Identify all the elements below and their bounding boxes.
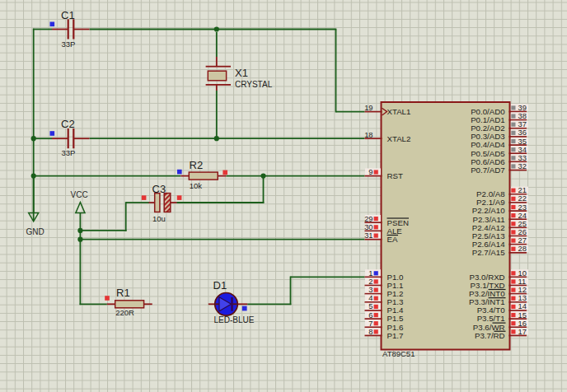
svg-text:AT89C51: AT89C51 xyxy=(382,349,415,358)
svg-text:34: 34 xyxy=(518,146,527,154)
svg-text:GND: GND xyxy=(26,227,45,236)
svg-text:30: 30 xyxy=(364,223,373,231)
svg-text:P1.7: P1.7 xyxy=(387,331,404,340)
svg-text:11: 11 xyxy=(518,278,527,286)
svg-text:14: 14 xyxy=(518,302,527,310)
svg-text:17: 17 xyxy=(518,328,527,336)
svg-text:39: 39 xyxy=(518,104,527,112)
svg-text:P2.7/A15: P2.7/A15 xyxy=(472,248,505,257)
svg-text:22: 22 xyxy=(518,194,527,203)
svg-text:C3: C3 xyxy=(152,183,166,195)
svg-text:6: 6 xyxy=(368,311,373,320)
svg-text:7: 7 xyxy=(368,320,373,328)
svg-text:15: 15 xyxy=(518,311,527,320)
svg-text:26: 26 xyxy=(518,228,527,236)
svg-text:24: 24 xyxy=(518,212,527,220)
svg-text:10u: 10u xyxy=(152,214,166,223)
svg-text:R2: R2 xyxy=(190,159,204,171)
svg-text:5: 5 xyxy=(368,302,373,310)
svg-text:33P: 33P xyxy=(62,40,76,49)
svg-text:33P: 33P xyxy=(62,148,76,157)
svg-text:28: 28 xyxy=(518,245,527,253)
svg-text:8: 8 xyxy=(368,328,373,336)
svg-text:10k: 10k xyxy=(190,181,203,190)
svg-text:1: 1 xyxy=(368,269,373,278)
svg-text:VCC: VCC xyxy=(71,190,88,199)
svg-text:X1: X1 xyxy=(235,67,248,79)
svg-text:RST: RST xyxy=(387,171,403,180)
svg-text:3: 3 xyxy=(368,286,373,294)
svg-text:38: 38 xyxy=(518,112,527,120)
svg-text:27: 27 xyxy=(518,236,527,245)
svg-text:R1: R1 xyxy=(116,287,130,299)
svg-text:32: 32 xyxy=(518,162,527,170)
svg-text:37: 37 xyxy=(518,120,527,128)
svg-text:16: 16 xyxy=(518,320,527,328)
svg-text:18: 18 xyxy=(364,131,373,139)
svg-text:25: 25 xyxy=(518,220,527,228)
svg-text:19: 19 xyxy=(364,104,373,112)
svg-text:EA: EA xyxy=(387,235,398,244)
svg-text:P3.7/RD: P3.7/RD xyxy=(475,331,505,340)
svg-text:31: 31 xyxy=(364,231,373,240)
svg-text:XTAL1: XTAL1 xyxy=(387,107,411,116)
svg-text:12: 12 xyxy=(518,286,527,294)
svg-text:D1: D1 xyxy=(213,279,227,292)
svg-text:220R: 220R xyxy=(115,308,134,317)
svg-text:XTAL2: XTAL2 xyxy=(387,134,411,143)
svg-text:35: 35 xyxy=(518,138,527,146)
svg-text:36: 36 xyxy=(518,128,527,137)
svg-text:C1: C1 xyxy=(61,9,75,21)
svg-text:29: 29 xyxy=(364,215,373,223)
svg-text:2: 2 xyxy=(368,278,373,286)
svg-text:C2: C2 xyxy=(61,118,75,130)
svg-text:CRYSTAL: CRYSTAL xyxy=(235,80,273,89)
svg-text:LED-BLUE: LED-BLUE xyxy=(214,315,255,324)
svg-text:33: 33 xyxy=(518,154,527,162)
svg-text:10: 10 xyxy=(518,269,527,278)
svg-text:23: 23 xyxy=(518,203,527,212)
svg-text:4: 4 xyxy=(368,294,373,302)
svg-text:13: 13 xyxy=(518,294,527,302)
svg-text:21: 21 xyxy=(518,186,527,194)
svg-text:P0.7/AD7: P0.7/AD7 xyxy=(471,166,504,175)
svg-text:9: 9 xyxy=(368,168,373,176)
